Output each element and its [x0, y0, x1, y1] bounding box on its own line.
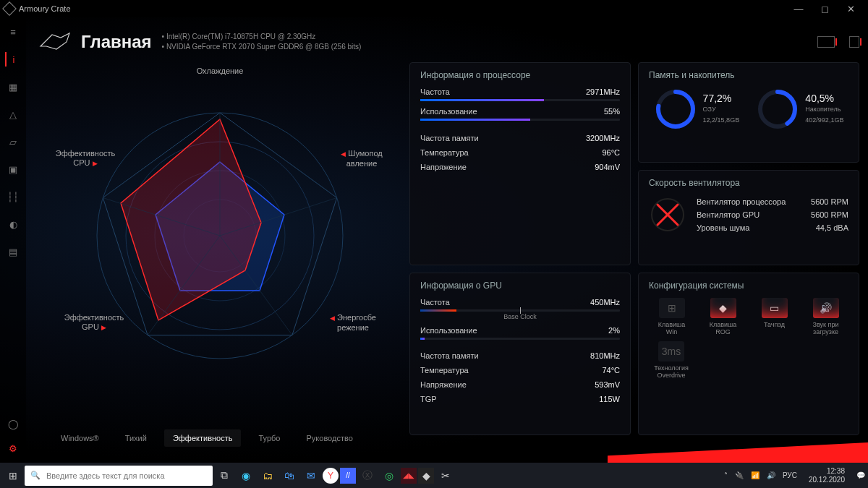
cpu-freq-bar: [420, 99, 544, 101]
sidebar-home[interactable]: i: [5, 52, 20, 67]
start-button[interactable]: ⊞: [3, 466, 23, 486]
sidebar-deals[interactable]: ◐: [6, 217, 20, 231]
cfg-Клавиша[interactable]: ◆Клавиша ROG: [700, 298, 746, 335]
taskbar-search[interactable]: 🔍 Введите здесь текст для поиска: [25, 466, 213, 486]
cpu-usage-bar: [420, 119, 530, 121]
cpu-card-title: Информация о процессоре: [420, 70, 620, 80]
cfg-Звук при[interactable]: 🔊Звук при загрузке: [803, 298, 848, 335]
svg-line-20: [668, 215, 678, 225]
window-title: Armoury Crate: [19, 4, 71, 13]
system-config-card: Конфигурация системы ⊞Клавиша Win◆Клавиш…: [638, 273, 859, 435]
notifications-icon[interactable]: 💬: [856, 471, 865, 479]
fan-stat-row: Уровень шума44,5 dBA: [697, 221, 848, 234]
sidebar-aura[interactable]: △: [6, 107, 20, 121]
cpu-info-card: Информация о процессоре Частота2971MHz И…: [409, 62, 631, 265]
cfg-Клавиша[interactable]: ⊞Клавиша Win: [649, 298, 694, 335]
sidebar-devices[interactable]: ▦: [6, 80, 20, 94]
xbox-icon[interactable]: ⓧ: [357, 466, 378, 486]
sidebar-account[interactable]: ◯: [6, 416, 20, 431]
svg-line-18: [668, 205, 678, 215]
mode-windows®[interactable]: Windows®: [52, 429, 108, 447]
fan-card: Скорость вентилятора Вентилятор процессо…: [638, 170, 859, 266]
cfg-Технология[interactable]: 3msТехнология Overdrive: [649, 341, 694, 379]
maximize-button[interactable]: ◻: [812, 4, 838, 14]
tray-up-icon[interactable]: ˄: [724, 471, 728, 479]
sidebar: ≡ i ▦ △ ▱ ▣ ┆┆ ◐ ▤ ◯ ⚙: [0, 17, 26, 463]
windows-taskbar: ⊞ 🔍 Введите здесь текст для поиска ⧉ ◉ 🗂…: [0, 463, 868, 488]
menu-icon[interactable]: ≡: [6, 25, 20, 39]
radar-label-cooling: Охлаждение: [197, 67, 244, 76]
fan-stat-row: Вентилятор GPU5600 RPM: [697, 208, 848, 221]
tray-lang[interactable]: РУС: [783, 471, 797, 479]
titlebar: Armoury Crate — ◻ ✕: [0, 0, 868, 17]
radar-chart: Охлаждение ◀ Шумопод авление ◀ Энергосбе…: [54, 62, 386, 395]
app-icon: [2, 1, 17, 16]
ram-gauge: 77,2%ОЗУ12,2/15,8GB: [654, 87, 740, 131]
store-icon[interactable]: 🛍: [279, 466, 299, 486]
mail-icon[interactable]: ✉: [301, 466, 321, 486]
yandex-icon[interactable]: Y: [323, 468, 339, 484]
tray-wifi-icon[interactable]: 📶: [751, 471, 760, 479]
close-button[interactable]: ✕: [838, 4, 864, 14]
task-view-icon[interactable]: ⧉: [214, 466, 234, 486]
explorer-icon[interactable]: 🗂: [258, 466, 278, 486]
radar-label-gpu: Эффективность GPU ▶: [58, 313, 130, 333]
mode-tabs: Windows®ТихийЭффективностьТурбоРуководст…: [52, 429, 868, 447]
hyperfan-icon[interactable]: [817, 36, 835, 48]
taskbar-clock[interactable]: 12:3820.12.2020: [804, 467, 849, 484]
radar-label-noise: ◀ Шумопод авление: [333, 149, 391, 168]
sidebar-news[interactable]: ▤: [6, 244, 20, 259]
svg-line-17: [658, 205, 668, 215]
armoury-task-icon[interactable]: ◆: [418, 468, 434, 484]
mode-турбо[interactable]: Турбо: [250, 429, 289, 447]
minimize-button[interactable]: —: [786, 4, 812, 14]
rog-logo-icon: [39, 32, 71, 52]
storage-gauge: 40,5%Накопитель402/992,1GB: [756, 87, 843, 131]
app-icon-2[interactable]: ◎: [379, 466, 399, 486]
radar-label-cpu: Эффективность CPU ▶: [49, 149, 122, 168]
memory-card: Память и накопитель 77,2%ОЗУ12,2/15,8GB …: [638, 62, 859, 163]
mode-эффективность[interactable]: Эффективность: [164, 429, 242, 447]
sidebar-tuning[interactable]: ┆┆: [6, 189, 20, 204]
gpu-info-card: Информация о GPU Частота450MHz Base Cloc…: [409, 273, 631, 435]
fan-icon: [649, 196, 686, 234]
page-header: Главная • Intel(R) Core(TM) i7-10875H CP…: [39, 22, 859, 62]
page-title: Главная: [81, 32, 152, 52]
svg-line-19: [658, 215, 668, 225]
mode-тихий[interactable]: Тихий: [116, 429, 156, 447]
snip-icon[interactable]: ✂: [435, 466, 456, 486]
cfg-Тачпэд[interactable]: ▭Тачпэд: [752, 298, 797, 335]
battery-icon[interactable]: [849, 36, 859, 48]
sidebar-scenario[interactable]: ▣: [6, 162, 20, 176]
edge-icon[interactable]: ◉: [236, 466, 256, 486]
radar-label-power: ◀ Энергосбе режение: [324, 313, 382, 333]
system-specs: • Intel(R) Core(TM) i7-10875H CPU @ 2.30…: [162, 32, 362, 52]
tray-power-icon[interactable]: 🔌: [735, 471, 744, 479]
app-icon-1[interactable]: //: [340, 468, 356, 484]
page-indicator[interactable]: [814, 450, 846, 455]
tray-volume-icon[interactable]: 🔊: [767, 471, 775, 479]
mode-руководство[interactable]: Руководство: [297, 429, 361, 447]
search-icon: 🔍: [30, 471, 41, 480]
fan-stat-row: Вентилятор процессора5600 RPM: [697, 195, 848, 208]
sidebar-tools[interactable]: ▱: [6, 134, 20, 149]
sidebar-settings[interactable]: ⚙: [6, 441, 20, 455]
app-icon-3[interactable]: ◢◣: [401, 468, 417, 484]
